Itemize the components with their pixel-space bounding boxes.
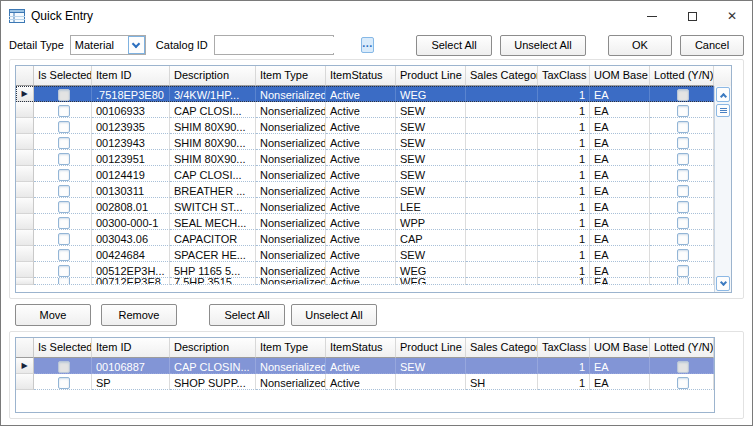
cell-tax-class[interactable]: 1 (538, 150, 590, 166)
cell-item-status[interactable]: Active (326, 246, 396, 262)
cell-sales-category[interactable] (466, 166, 538, 182)
cell-item-status[interactable]: Active (326, 86, 396, 102)
cell-tax-class[interactable]: 1 (538, 214, 590, 230)
cell-product-line[interactable]: SEW (396, 358, 466, 374)
cell-item-id[interactable]: 00712EP3E8 (92, 278, 170, 285)
table-row[interactable]: 00512EP3H...5HP 1165 5...NonserializedAc… (16, 262, 731, 278)
cell-description[interactable]: CAPACITOR (170, 230, 256, 246)
lotted-checkbox[interactable] (677, 377, 689, 389)
cell-description[interactable]: SHIM 80X90... (170, 150, 256, 166)
cell-sales-category[interactable] (466, 262, 538, 278)
row-header[interactable] (16, 230, 34, 246)
row-header[interactable] (16, 150, 34, 166)
table-row[interactable]: 00123935SHIM 80X90...NonserializedActive… (16, 118, 731, 134)
cell-uom-base[interactable]: EA (590, 102, 650, 118)
row-header[interactable]: ▶ (16, 86, 34, 102)
move-button[interactable]: Move (15, 304, 91, 326)
lotted-checkbox[interactable] (677, 153, 689, 165)
is-selected-checkbox[interactable] (58, 185, 70, 197)
is-selected-checkbox-cell[interactable] (34, 102, 92, 118)
cell-sales-category[interactable] (466, 278, 538, 285)
lotted-checkbox[interactable] (677, 278, 689, 285)
cell-description[interactable]: SEAL MECH... (170, 214, 256, 230)
cell-item-type[interactable]: Nonserialized (256, 166, 326, 182)
cell-tax-class[interactable]: 1 (538, 374, 590, 390)
cell-uom-base[interactable]: EA (590, 182, 650, 198)
cell-item-id[interactable]: 00512EP3H... (92, 262, 170, 278)
column-header-itemstatus[interactable]: ItemStatus (326, 66, 396, 86)
cell-tax-class[interactable]: 1 (538, 262, 590, 278)
cell-item-status[interactable]: Active (326, 198, 396, 214)
grid-unselect-all-button[interactable]: Unselect All (291, 304, 377, 326)
table-row[interactable]: 00123943SHIM 80X90...NonserializedActive… (16, 134, 731, 150)
cell-item-status[interactable]: Active (326, 102, 396, 118)
is-selected-checkbox[interactable] (58, 105, 70, 117)
cell-item-type[interactable]: Nonserialized (256, 86, 326, 102)
column-header-description[interactable]: Description (170, 66, 256, 86)
select-all-button[interactable]: Select All (416, 35, 492, 56)
catalog-id-lookup-button[interactable]: … (361, 37, 374, 53)
cell-item-type[interactable]: Nonserialized (256, 374, 326, 390)
cell-item-type[interactable]: Nonserialized (256, 358, 326, 374)
table-row[interactable]: SPSHOP SUPP...NonserializedActiveSH1EA (16, 374, 714, 390)
lotted-checkbox-cell[interactable] (650, 134, 714, 150)
cell-item-status[interactable]: Active (326, 182, 396, 198)
cell-product-line[interactable]: CAP (396, 230, 466, 246)
lotted-checkbox-cell[interactable] (650, 150, 714, 166)
cell-item-type[interactable]: Nonserialized (256, 278, 326, 285)
lotted-checkbox-cell[interactable] (650, 214, 714, 230)
table-row[interactable]: 00106933CAP CLOSI...NonserializedActiveS… (16, 102, 731, 118)
cell-uom-base[interactable]: EA (590, 262, 650, 278)
row-header[interactable] (16, 278, 34, 285)
cell-item-status[interactable]: Active (326, 150, 396, 166)
column-header-sales-category[interactable]: Sales Category (466, 338, 538, 358)
column-header-sales-category[interactable]: Sales Category (466, 66, 538, 86)
is-selected-checkbox-cell[interactable] (34, 214, 92, 230)
cell-description[interactable]: CAP CLOSIN... (170, 358, 256, 374)
cell-product-line[interactable]: WEG (396, 278, 466, 285)
cell-description[interactable]: CAP CLOSI... (170, 102, 256, 118)
table-row[interactable]: 00424684SPACER HE...NonserializedActiveS… (16, 246, 731, 262)
is-selected-checkbox[interactable] (58, 265, 70, 277)
cell-uom-base[interactable]: EA (590, 246, 650, 262)
lotted-checkbox-cell[interactable] (650, 358, 714, 374)
column-header-item-type[interactable]: Item Type (256, 338, 326, 358)
cell-product-line[interactable]: SEW (396, 246, 466, 262)
vertical-scrollbar[interactable] (714, 86, 731, 292)
cell-item-id[interactable]: 00123935 (92, 118, 170, 134)
cell-item-id[interactable]: 00424684 (92, 246, 170, 262)
cell-uom-base[interactable]: EA (590, 198, 650, 214)
row-header[interactable]: ▶ (16, 358, 34, 374)
lotted-checkbox-cell[interactable] (650, 118, 714, 134)
is-selected-checkbox-cell[interactable] (34, 198, 92, 214)
cell-item-type[interactable]: Nonserialized (256, 134, 326, 150)
cell-tax-class[interactable]: 1 (538, 102, 590, 118)
lotted-checkbox-cell[interactable] (650, 182, 714, 198)
cell-description[interactable]: SPACER HE... (170, 246, 256, 262)
cell-item-type[interactable]: Nonserialized (256, 118, 326, 134)
lotted-checkbox-cell[interactable] (650, 198, 714, 214)
cell-description[interactable]: 7.5HP 3515... (170, 278, 256, 285)
remove-button[interactable]: Remove (101, 304, 177, 326)
cell-description[interactable]: SHIM 80X90... (170, 134, 256, 150)
table-row[interactable]: 00124419CAP CLOSI...NonserializedActiveS… (16, 166, 731, 182)
cell-uom-base[interactable]: EA (590, 278, 650, 285)
close-button[interactable]: ✕ (712, 1, 752, 31)
cell-sales-category[interactable] (466, 102, 538, 118)
lotted-checkbox-cell[interactable] (650, 166, 714, 182)
cell-item-id[interactable]: 00130311 (92, 182, 170, 198)
cell-tax-class[interactable]: 1 (538, 246, 590, 262)
lotted-checkbox[interactable] (677, 361, 689, 373)
column-header-product-line[interactable]: Product Line (396, 338, 466, 358)
cell-item-id[interactable]: 00124419 (92, 166, 170, 182)
cell-item-id[interactable]: 002808.01 (92, 198, 170, 214)
cell-uom-base[interactable]: EA (590, 166, 650, 182)
cell-product-line[interactable] (396, 374, 466, 390)
cell-item-type[interactable]: Nonserialized (256, 246, 326, 262)
lotted-checkbox[interactable] (677, 265, 689, 277)
row-header[interactable] (16, 214, 34, 230)
column-header-description[interactable]: Description (170, 338, 256, 358)
is-selected-checkbox-cell[interactable] (34, 182, 92, 198)
cell-uom-base[interactable]: EA (590, 86, 650, 102)
lotted-checkbox[interactable] (677, 89, 689, 101)
